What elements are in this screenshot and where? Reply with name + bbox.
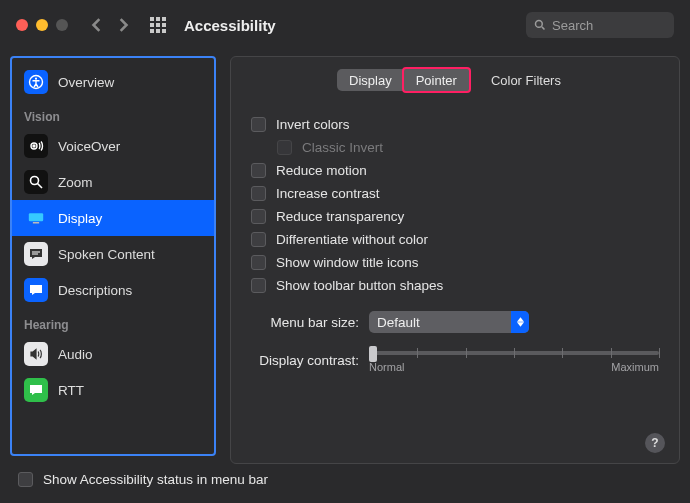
sidebar-item-descriptions[interactable]: Descriptions xyxy=(12,272,214,308)
checkbox-icon xyxy=(251,255,266,270)
checkbox-icon xyxy=(251,186,266,201)
forward-button[interactable] xyxy=(116,18,130,32)
checkbox-icon xyxy=(251,117,266,132)
slider-max-label: Maximum xyxy=(611,361,659,373)
checkbox-label: Invert colors xyxy=(276,117,350,132)
sidebar-label: Zoom xyxy=(58,175,93,190)
checkbox-reduce-motion[interactable]: Reduce motion xyxy=(251,159,659,182)
sidebar-label: VoiceOver xyxy=(58,139,120,154)
tab-display[interactable]: Display xyxy=(337,69,404,91)
window-controls xyxy=(16,19,68,31)
checkbox-reduce-transparency[interactable]: Reduce transparency xyxy=(251,205,659,228)
search-icon xyxy=(534,19,546,31)
svg-rect-6 xyxy=(29,213,43,221)
display-contrast-label: Display contrast: xyxy=(251,353,359,368)
checkbox-label: Classic Invert xyxy=(302,140,383,155)
tab-color-filters[interactable]: Color Filters xyxy=(479,69,573,91)
audio-icon xyxy=(24,342,48,366)
checkbox-icon xyxy=(251,209,266,224)
checkbox-label: Show window title icons xyxy=(276,255,419,270)
sidebar-section-vision: Vision xyxy=(12,100,214,128)
menu-bar-size-select[interactable]: Default xyxy=(369,311,529,333)
checkbox-icon xyxy=(251,278,266,293)
checkbox-increase-contrast[interactable]: Increase contrast xyxy=(251,182,659,205)
menu-bar-size-label: Menu bar size: xyxy=(251,315,359,330)
footer: Show Accessibility status in menu bar xyxy=(0,464,690,495)
svg-rect-8 xyxy=(32,252,40,253)
checkbox-icon xyxy=(251,232,266,247)
checkbox-differentiate-without-color[interactable]: Differentiate without color xyxy=(251,228,659,251)
rtt-icon xyxy=(24,378,48,402)
voiceover-icon xyxy=(24,134,48,158)
footer-label: Show Accessibility status in menu bar xyxy=(43,472,268,487)
sidebar-label: Overview xyxy=(58,75,114,90)
sidebar-label: Descriptions xyxy=(58,283,132,298)
menu-bar-size-row: Menu bar size: Default xyxy=(251,311,659,333)
descriptions-icon xyxy=(24,278,48,302)
titlebar: Accessibility Search xyxy=(0,0,690,50)
svg-point-2 xyxy=(35,78,37,80)
zoom-icon xyxy=(24,170,48,194)
checkbox-label: Show toolbar button shapes xyxy=(276,278,443,293)
minimize-window-button[interactable] xyxy=(36,19,48,31)
checkbox-label: Reduce transparency xyxy=(276,209,404,224)
show-all-icon[interactable] xyxy=(150,17,166,33)
settings-panel: Display Pointer Color Filters Invert col… xyxy=(230,56,680,464)
sidebar-item-zoom[interactable]: Zoom xyxy=(12,164,214,200)
checkbox-show-toolbar-button-shapes[interactable]: Show toolbar button shapes xyxy=(251,274,659,297)
checkbox-icon xyxy=(251,163,266,178)
svg-point-4 xyxy=(33,145,35,147)
sidebar-item-overview[interactable]: Overview xyxy=(12,64,214,100)
help-button[interactable]: ? xyxy=(645,433,665,453)
sidebar-item-display[interactable]: Display xyxy=(12,200,214,236)
svg-point-0 xyxy=(536,21,543,28)
sidebar-label: Audio xyxy=(58,347,93,362)
checkbox-classic-invert: Classic Invert xyxy=(277,136,659,159)
checkbox-label: Increase contrast xyxy=(276,186,380,201)
spoken-content-icon xyxy=(24,242,48,266)
sidebar-item-spoken-content[interactable]: Spoken Content xyxy=(12,236,214,272)
checkbox-label: Differentiate without color xyxy=(276,232,428,247)
display-icon xyxy=(24,206,48,230)
svg-point-5 xyxy=(31,177,39,185)
checkbox-label: Reduce motion xyxy=(276,163,367,178)
back-button[interactable] xyxy=(90,18,104,32)
display-contrast-row: Display contrast: Normal Maximum xyxy=(251,347,659,373)
nav-arrows xyxy=(90,18,130,32)
sidebar-label: Spoken Content xyxy=(58,247,155,262)
sidebar: Overview Vision VoiceOver Zoom Display xyxy=(10,56,216,456)
close-window-button[interactable] xyxy=(16,19,28,31)
sidebar-section-hearing: Hearing xyxy=(12,308,214,336)
search-placeholder: Search xyxy=(552,18,593,33)
chevron-up-down-icon xyxy=(511,311,529,333)
svg-rect-9 xyxy=(32,254,38,255)
zoom-window-button[interactable] xyxy=(56,19,68,31)
slider-thumb[interactable] xyxy=(369,346,377,362)
window-title: Accessibility xyxy=(184,17,276,34)
display-contrast-slider[interactable] xyxy=(369,351,659,355)
accessibility-icon xyxy=(24,70,48,94)
sidebar-item-rtt[interactable]: RTT xyxy=(12,372,214,408)
select-value: Default xyxy=(377,315,420,330)
checkbox-icon xyxy=(277,140,292,155)
checkbox-show-window-title-icons[interactable]: Show window title icons xyxy=(251,251,659,274)
checkbox-invert-colors[interactable]: Invert colors xyxy=(251,113,659,136)
sidebar-item-voiceover[interactable]: VoiceOver xyxy=(12,128,214,164)
sidebar-item-audio[interactable]: Audio xyxy=(12,336,214,372)
sidebar-label: Display xyxy=(58,211,102,226)
tab-bar: Display Pointer Color Filters xyxy=(251,69,659,91)
search-input[interactable]: Search xyxy=(526,12,674,38)
sidebar-label: RTT xyxy=(58,383,84,398)
slider-min-label: Normal xyxy=(369,361,404,373)
svg-rect-7 xyxy=(33,222,39,224)
checkbox-accessibility-status[interactable] xyxy=(18,472,33,487)
tab-pointer[interactable]: Pointer xyxy=(402,67,471,93)
